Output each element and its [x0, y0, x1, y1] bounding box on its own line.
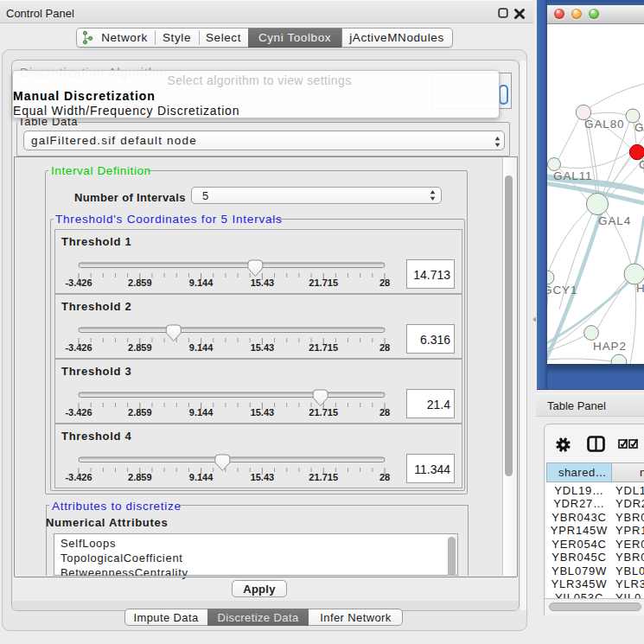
- svg-text:15.43: 15.43: [251, 472, 275, 482]
- svg-text:28: 28: [379, 407, 390, 418]
- svg-text:21.715: 21.715: [309, 277, 338, 288]
- svg-text:G: G: [639, 158, 644, 171]
- svg-text:15.43: 15.43: [251, 342, 275, 353]
- svg-text:GA: GA: [634, 121, 644, 134]
- svg-text:21.715: 21.715: [309, 407, 338, 418]
- svg-text:28: 28: [379, 342, 390, 353]
- svg-text:9.144: 9.144: [189, 472, 214, 482]
- svg-text:21.715: 21.715: [309, 472, 338, 482]
- svg-text:HAP2: HAP2: [593, 340, 627, 353]
- svg-text:-3.426: -3.426: [65, 407, 92, 418]
- svg-text:2.859: 2.859: [128, 472, 152, 482]
- svg-text:2.859: 2.859: [128, 407, 152, 418]
- svg-text:-3.426: -3.426: [65, 277, 92, 288]
- svg-text:-3.426: -3.426: [65, 472, 92, 482]
- svg-text:GAL80: GAL80: [584, 118, 625, 131]
- svg-text:15.43: 15.43: [251, 277, 275, 288]
- svg-text:9.144: 9.144: [189, 277, 214, 288]
- svg-text:GAL11: GAL11: [553, 169, 593, 182]
- svg-text:9.144: 9.144: [189, 342, 214, 353]
- svg-text:15.43: 15.43: [251, 407, 275, 418]
- svg-text:2.859: 2.859: [128, 277, 152, 288]
- svg-text:28: 28: [379, 472, 390, 482]
- svg-text:21.715: 21.715: [309, 342, 338, 353]
- svg-text:H: H: [636, 282, 644, 295]
- svg-text:-3.426: -3.426: [65, 342, 92, 353]
- svg-text:GCY1: GCY1: [547, 284, 577, 296]
- svg-text:2.859: 2.859: [128, 342, 152, 353]
- svg-text:9.144: 9.144: [189, 407, 214, 418]
- svg-text:28: 28: [379, 277, 390, 288]
- svg-text:GAL4: GAL4: [598, 214, 631, 227]
